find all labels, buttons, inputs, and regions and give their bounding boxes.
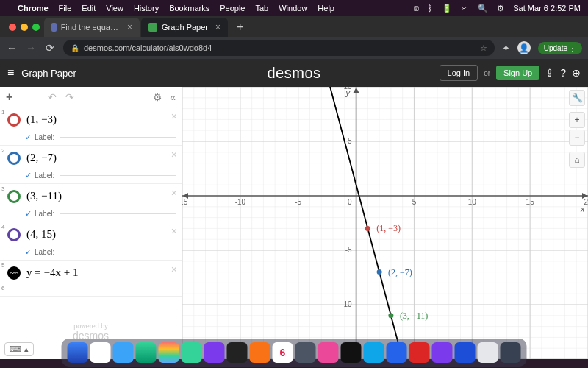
browser-tab-active[interactable]: Graph Paper × xyxy=(141,18,228,37)
dock-app-icon[interactable]: 6 xyxy=(273,342,293,363)
minimize-window-icon[interactable] xyxy=(21,24,28,31)
delete-expression-icon[interactable]: × xyxy=(171,225,177,237)
expression-color-icon[interactable] xyxy=(7,113,21,127)
keyboard-toggle[interactable]: ⌨ ▴ xyxy=(4,342,34,356)
expression-formula[interactable]: (3, −11) xyxy=(26,188,176,202)
dock-app-icon[interactable] xyxy=(68,342,88,363)
redo-icon[interactable]: ↷ xyxy=(65,91,74,103)
graph-title[interactable]: Graph Paper xyxy=(21,68,76,79)
wrench-icon[interactable]: 🔧 xyxy=(569,90,585,106)
tab-close-icon[interactable]: × xyxy=(215,22,220,32)
control-center-icon[interactable]: ⚙ xyxy=(497,4,504,13)
search-icon[interactable]: 🔍 xyxy=(478,4,488,13)
close-window-icon[interactable] xyxy=(9,24,16,31)
expression-color-icon[interactable] xyxy=(7,152,21,165)
dock-app-icon[interactable] xyxy=(159,342,179,363)
star-icon[interactable]: ☆ xyxy=(480,43,487,53)
menu-tab[interactable]: Tab xyxy=(255,4,268,13)
dock-app-icon[interactable] xyxy=(136,342,157,363)
label-input[interactable] xyxy=(60,175,176,176)
new-tab-button[interactable]: + xyxy=(229,18,251,37)
update-button[interactable]: Update ⋮ xyxy=(538,42,582,54)
menu-help[interactable]: Help xyxy=(318,4,334,13)
macos-dock[interactable]: 6 xyxy=(62,339,527,367)
menu-people[interactable]: People xyxy=(220,4,245,13)
delete-expression-icon[interactable]: × xyxy=(171,149,177,160)
delete-expression-icon[interactable]: × xyxy=(171,110,177,122)
label-input[interactable] xyxy=(60,252,176,252)
menu-history[interactable]: History xyxy=(134,4,159,13)
collapse-sidebar-icon[interactable]: « xyxy=(170,91,176,103)
dock-app-icon[interactable] xyxy=(204,342,225,363)
label-checkbox[interactable]: ✓ xyxy=(25,209,32,219)
browser-tab[interactable]: Find the equation of the linear × xyxy=(44,18,140,37)
dock-app-icon[interactable] xyxy=(432,342,453,363)
menu-bookmarks[interactable]: Bookmarks xyxy=(169,4,209,13)
zoom-out-button[interactable]: − xyxy=(569,130,585,146)
expression-row-empty[interactable]: 6 xyxy=(0,283,182,297)
menu-view[interactable]: View xyxy=(106,4,123,13)
expression-row[interactable]: 4 (4, 15) × ✓Label: xyxy=(0,222,182,261)
dock-app-icon[interactable] xyxy=(478,342,498,363)
label-input[interactable] xyxy=(60,137,176,138)
dock-app-icon[interactable] xyxy=(455,342,476,363)
label-checkbox[interactable]: ✓ xyxy=(25,132,32,142)
dock-app-icon[interactable] xyxy=(364,342,384,363)
expression-formula[interactable]: (2, −7) xyxy=(26,150,176,164)
dock-app-icon[interactable] xyxy=(113,342,134,363)
menu-window[interactable]: Window xyxy=(279,4,307,13)
expression-color-icon[interactable] xyxy=(7,190,21,203)
signup-button[interactable]: Sign Up xyxy=(496,66,539,80)
share-icon[interactable]: ⇪ xyxy=(545,67,554,79)
label-row[interactable]: ✓Label: xyxy=(3,132,176,142)
profile-avatar[interactable]: 👤 xyxy=(517,41,531,54)
menubar-app-name[interactable]: Chrome xyxy=(18,4,49,13)
expression-formula[interactable]: (1, −3) xyxy=(26,112,176,126)
delete-expression-icon[interactable]: × xyxy=(171,187,177,199)
maximize-window-icon[interactable] xyxy=(32,24,40,31)
dock-app-icon[interactable] xyxy=(182,342,202,363)
dock-app-icon[interactable] xyxy=(295,342,316,363)
login-button[interactable]: Log In xyxy=(440,65,478,81)
expression-color-icon[interactable]: 〰 xyxy=(7,266,21,280)
extensions-icon[interactable]: ✦ xyxy=(502,43,510,54)
menubar-clock[interactable]: Sat Mar 6 2:52 PM xyxy=(513,4,581,13)
label-checkbox[interactable]: ✓ xyxy=(25,171,32,180)
expression-formula[interactable]: (4, 15) xyxy=(26,227,176,241)
nav-reload-button[interactable]: ⟳ xyxy=(44,42,56,54)
hamburger-icon[interactable]: ≡ xyxy=(7,66,14,79)
label-checkbox[interactable]: ✓ xyxy=(25,247,32,257)
delete-expression-icon[interactable]: × xyxy=(171,263,177,275)
expression-row[interactable]: 3 (3, −11) × ✓Label: xyxy=(0,184,182,222)
zoom-in-button[interactable]: + xyxy=(569,112,585,128)
dock-app-icon[interactable] xyxy=(90,342,111,363)
lock-icon[interactable]: 🔒 xyxy=(71,44,79,52)
label-input[interactable] xyxy=(60,213,176,214)
expression-formula[interactable]: y = −4x + 1 xyxy=(26,265,176,279)
dock-app-icon[interactable] xyxy=(318,342,339,363)
expression-row[interactable]: 2 (2, −7) × ✓Label: xyxy=(0,146,182,184)
menu-file[interactable]: File xyxy=(59,4,72,13)
label-row[interactable]: ✓Label: xyxy=(3,171,176,180)
window-controls[interactable] xyxy=(6,24,44,37)
address-bar[interactable]: 🔒 desmos.com/calculator/als0wdo8d4 ☆ xyxy=(63,40,495,56)
dock-app-icon[interactable] xyxy=(250,342,270,363)
gear-icon[interactable]: ⚙ xyxy=(153,91,162,103)
add-expression-button[interactable]: + xyxy=(6,91,12,104)
label-row[interactable]: ✓Label: xyxy=(3,247,176,257)
nav-forward-button[interactable]: → xyxy=(25,42,37,54)
nav-back-button[interactable]: ← xyxy=(6,42,18,54)
screenshare-icon[interactable]: ⎚ xyxy=(414,4,419,13)
bluetooth-icon[interactable]: ᛒ xyxy=(428,4,433,13)
expression-row[interactable]: 1 (1, −3) × ✓Label: xyxy=(0,107,182,146)
expression-color-icon[interactable] xyxy=(7,228,21,241)
dock-app-icon[interactable] xyxy=(501,342,521,363)
dock-app-icon[interactable] xyxy=(227,342,248,363)
graph-canvas[interactable]: -15-10-55101520-15-10-55100xy(1, −3)(2, … xyxy=(182,87,588,359)
battery-icon[interactable]: 🔋 xyxy=(442,4,452,13)
expression-row[interactable]: 5 〰 y = −4x + 1 × xyxy=(0,261,182,283)
dock-app-icon[interactable] xyxy=(409,342,430,363)
dock-app-icon[interactable] xyxy=(387,342,407,363)
wifi-icon[interactable]: ᯤ xyxy=(461,4,469,13)
settings-icon[interactable]: ⊕ xyxy=(572,67,581,79)
